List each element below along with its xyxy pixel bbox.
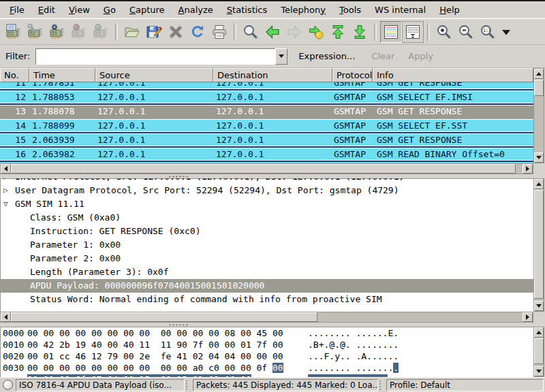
cell-info: GSM SELECT EF.SST xyxy=(377,120,467,132)
colorize-button[interactable] xyxy=(380,21,402,43)
capture-restart-button[interactable] xyxy=(90,21,112,43)
reload-button[interactable] xyxy=(187,21,208,43)
go-back-button[interactable] xyxy=(262,21,283,43)
triangle-up-icon xyxy=(536,331,542,334)
scroll-thumb[interactable] xyxy=(534,190,544,299)
detail-text: Internet Protocol, Src: 127.0.0.1 (127.0… xyxy=(15,178,404,184)
hex-ascii: ........ ........ xyxy=(308,363,399,374)
filter-input[interactable] xyxy=(35,48,275,65)
menu-telephony[interactable]: Telephony xyxy=(274,3,332,17)
open-file-button[interactable] xyxy=(121,21,143,43)
detail-text: Length (Parameter 3): 0x0f xyxy=(30,265,169,279)
detail-line[interactable]: ▽GSM SIM 11.11 xyxy=(0,197,533,211)
hex-row-0010[interactable]: 001000 42 2b 19 40 00 40 11 11 90 7f 00 … xyxy=(0,340,533,351)
cell-proto: GSMTAP xyxy=(334,105,366,118)
go-to-packet-button[interactable] xyxy=(305,21,327,43)
scroll-left-button[interactable] xyxy=(1,164,11,174)
packet-list-vscrollbar[interactable] xyxy=(533,68,544,163)
scroll-thumb[interactable] xyxy=(11,164,516,174)
find-packet-icon xyxy=(243,24,259,40)
packet-row-12[interactable]: 121.788053127.0.0.1127.0.0.1GSMTAPGSM SE… xyxy=(0,91,533,105)
expert-info-icon[interactable] xyxy=(3,380,13,390)
menu-view[interactable]: View xyxy=(62,3,97,17)
capture-start-button[interactable] xyxy=(46,21,68,43)
packet-row-13[interactable]: 131.788078127.0.0.1127.0.0.1GSMTAPGSM GE… xyxy=(0,105,533,119)
scroll-thumb[interactable] xyxy=(534,338,544,364)
details-hscrollbar[interactable] xyxy=(0,312,533,323)
clear-button[interactable]: Clear xyxy=(366,48,400,64)
filter-dropdown-button[interactable] xyxy=(275,48,287,65)
hex-row-0000[interactable]: 000000 00 00 00 00 00 00 00 00 00 00 00 … xyxy=(0,328,533,340)
menu-edit[interactable]: Edit xyxy=(31,3,62,17)
triangle-down-icon xyxy=(536,304,542,308)
detail-line[interactable]: Parameter 1: 0x00 xyxy=(0,238,533,252)
detail-line[interactable]: Instruction: GET RESPONSE (0xc0) xyxy=(0,225,533,238)
go-forward-button[interactable] xyxy=(283,21,305,43)
menu-analyze[interactable]: Analyze xyxy=(172,3,220,17)
menu-statistics[interactable]: Statistics xyxy=(220,3,274,17)
column-header-info[interactable]: Info xyxy=(373,68,533,82)
detail-line[interactable]: ▷User Datagram Protocol, Src Port: 52294… xyxy=(0,184,533,197)
column-header-time[interactable]: Time xyxy=(29,68,95,82)
hex-row-0020[interactable]: 002000 01 cc 46 12 79 00 2e fe 41 02 04 … xyxy=(0,351,533,363)
capture-stop-button[interactable] xyxy=(68,21,90,43)
scroll-down-button[interactable] xyxy=(534,301,544,311)
details-vscrollbar[interactable] xyxy=(533,178,544,312)
column-header-no[interactable]: No. xyxy=(0,68,29,82)
zoom-out-button[interactable] xyxy=(455,21,477,43)
menu-ws-internal[interactable]: WS internal xyxy=(368,3,433,17)
interface-list-button[interactable] xyxy=(3,21,25,43)
scroll-thumb[interactable] xyxy=(11,312,317,322)
menu-file[interactable]: File xyxy=(3,3,31,17)
capture-options-button[interactable] xyxy=(25,21,46,43)
zoom-in-button[interactable] xyxy=(433,21,455,43)
scroll-thumb[interactable] xyxy=(534,80,544,96)
packet-row-14[interactable]: 141.788099127.0.0.1127.0.0.1GSMTAPGSM SE… xyxy=(0,119,533,133)
menu-tools[interactable]: Tools xyxy=(332,3,368,17)
print-button[interactable] xyxy=(208,21,230,43)
collapse-expander-icon[interactable]: ▽ xyxy=(3,197,13,211)
scroll-down-button[interactable] xyxy=(534,366,544,376)
hex-row-0030[interactable]: 003000 00 00 00 00 00 00 00 00 00 a0 c0 … xyxy=(0,363,533,374)
bytes-vscrollbar[interactable] xyxy=(533,327,544,377)
filter-label: Filter: xyxy=(5,51,30,61)
detail-line[interactable]: Status Word: Normal ending of command wi… xyxy=(0,293,533,306)
menu-capture[interactable]: Capture xyxy=(123,3,172,17)
detail-line[interactable]: Class: GSM (0xa0) xyxy=(0,211,533,225)
auto-scroll-button[interactable] xyxy=(402,21,424,43)
go-to-top-button[interactable] xyxy=(327,21,349,43)
detail-line[interactable]: Length (Parameter 3): 0x0f xyxy=(0,265,533,279)
menu-help[interactable]: Help xyxy=(433,3,467,17)
close-file-button[interactable] xyxy=(165,21,187,43)
scroll-up-button[interactable] xyxy=(534,179,544,189)
capture-restart-icon xyxy=(93,24,109,40)
column-header-source[interactable]: Source xyxy=(95,68,213,82)
detail-line[interactable]: Parameter 2: 0x00 xyxy=(0,252,533,265)
detail-line[interactable]: ▷Internet Protocol, Src: 127.0.0.1 (127.… xyxy=(0,178,533,184)
scroll-right-button[interactable] xyxy=(523,164,533,174)
scroll-right-button[interactable] xyxy=(523,312,533,322)
packet-list-hscrollbar[interactable] xyxy=(0,163,533,174)
column-header-destination[interactable]: Destination xyxy=(213,68,332,82)
save-file-button[interactable] xyxy=(143,21,165,43)
find-packet-button[interactable] xyxy=(240,21,262,43)
go-forward-icon xyxy=(286,24,302,40)
cell-src: 127.0.0.1 xyxy=(97,82,145,89)
scroll-up-button[interactable] xyxy=(534,327,544,338)
packet-row-16[interactable]: 162.063982127.0.0.1127.0.0.1GSMTAPGSM RE… xyxy=(0,148,533,162)
apply-button[interactable]: Apply xyxy=(403,48,439,64)
menu-go[interactable]: Go xyxy=(97,3,123,17)
expression-button[interactable]: Expression... xyxy=(293,48,360,64)
expand-expander-icon[interactable]: ▷ xyxy=(3,178,13,184)
go-to-bottom-button[interactable] xyxy=(349,21,371,43)
zoom-original-button[interactable]: 1:1 xyxy=(477,21,499,43)
scroll-down-button[interactable] xyxy=(534,152,544,163)
column-header-protocol[interactable]: Protocol xyxy=(332,68,373,82)
packet-row-11[interactable]: 111.787851127.0.0.1127.0.0.1GSMTAPGSM GE… xyxy=(0,82,533,91)
toolbar-overflow-button[interactable] xyxy=(499,21,514,43)
packet-row-15[interactable]: 152.063939127.0.0.1127.0.0.1GSMTAPGSM GE… xyxy=(0,133,533,148)
scroll-left-button[interactable] xyxy=(1,312,11,322)
detail-line[interactable]: APDU Payload: 000000096f0704001500150102… xyxy=(0,279,533,293)
scroll-up-button[interactable] xyxy=(534,69,544,79)
expand-expander-icon[interactable]: ▷ xyxy=(3,184,13,197)
